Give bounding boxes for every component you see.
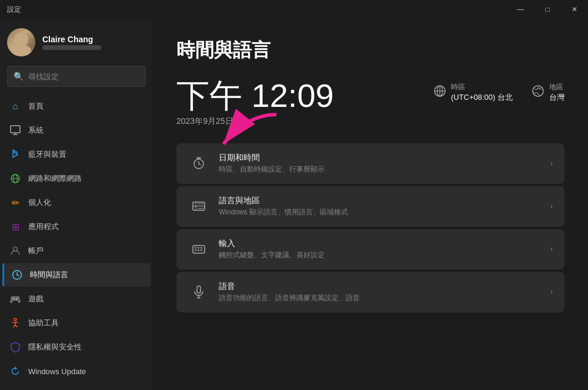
search-icon: 🔍 — [14, 72, 24, 81]
sidebar-item-label: 藍牙與裝置 — [28, 149, 66, 160]
sidebar-item-apps[interactable]: ⊞ 應用程式 — [2, 215, 151, 238]
datetime-desc: 時區、自動時鐘設定、行事曆顯示 — [219, 164, 325, 174]
language-title: 語言與地區 — [219, 196, 348, 206]
main-content: 時間與語言 下午 12:09 2023年9月25日 — [153, 19, 588, 390]
settings-list: 日期和時間 時區、自動時鐘設定、行事曆顯示 › — [176, 143, 564, 312]
sidebar-item-gaming[interactable]: 🎮 遊戲 — [2, 287, 151, 311]
svg-rect-30 — [198, 250, 199, 251]
speech-chevron: › — [550, 288, 553, 296]
accounts-icon — [9, 245, 21, 257]
minimize-button[interactable]: — — [507, 0, 534, 19]
region-value: 台灣 — [549, 92, 564, 103]
user-info: Claire Chang — [42, 35, 101, 50]
app-container: Claire Chang 🔍 ⌂ 首頁 — [0, 19, 588, 390]
sidebar-item-label: 個人化 — [28, 197, 51, 208]
titlebar: 設定 — □ ✕ — [0, 0, 588, 19]
timezone-icon — [433, 85, 446, 100]
region-text: 地區 台灣 — [549, 82, 564, 103]
sidebar-item-label: 協助工具 — [28, 318, 59, 328]
sidebar-item-privacy[interactable]: 隱私權與安全性 — [2, 335, 151, 359]
close-button[interactable]: ✕ — [561, 0, 588, 19]
region-info: 地區 台灣 — [532, 82, 564, 103]
sidebar-item-personalize[interactable]: ✏ 個人化 — [2, 191, 151, 214]
datetime-chevron: › — [550, 159, 553, 167]
time-icon — [11, 269, 23, 281]
svg-rect-27 — [198, 247, 199, 248]
language-chevron: › — [550, 202, 553, 210]
input-icon — [188, 238, 209, 260]
timezone-value: (UTC+08:00) 台北 — [451, 92, 513, 103]
svg-line-9 — [17, 275, 19, 276]
timezone-text: 時區 (UTC+08:00) 台北 — [451, 82, 513, 103]
avatar — [7, 28, 35, 56]
input-chevron: › — [550, 245, 553, 253]
titlebar-controls: — □ ✕ — [507, 0, 588, 19]
sidebar-item-label: 系統 — [28, 125, 44, 136]
svg-rect-32 — [197, 286, 201, 293]
datetime-text: 日期和時間 時區、自動時鐘設定、行事曆顯示 — [219, 153, 325, 174]
user-section: Claire Chang — [0, 19, 153, 61]
language-icon — [188, 196, 209, 217]
search-input[interactable] — [28, 72, 139, 81]
sidebar-item-accounts[interactable]: 帳戶 — [2, 239, 151, 263]
sidebar-item-label: Windows Update — [28, 367, 86, 376]
sidebar-item-label: 首頁 — [28, 101, 44, 112]
sidebar-item-home[interactable]: ⌂ 首頁 — [2, 95, 151, 118]
home-icon: ⌂ — [9, 100, 21, 112]
sidebar-item-system[interactable]: 系統 — [2, 119, 151, 142]
network-icon — [9, 173, 21, 184]
page-title: 時間與語言 — [176, 38, 564, 63]
sidebar-item-label: 網路和網際網路 — [28, 173, 82, 184]
current-date: 2023年9月25日 — [176, 116, 334, 127]
settings-item-left: 語音 語音功能的語言、語音辨識麥克風設定、語音 — [188, 281, 360, 303]
svg-rect-0 — [11, 126, 20, 133]
sidebar-item-label: 遊戲 — [28, 294, 44, 304]
settings-item-speech[interactable]: 語音 語音功能的語言、語音辨識麥克風設定、語音 › — [176, 272, 564, 312]
maximize-button[interactable]: □ — [534, 0, 561, 19]
svg-point-10 — [14, 318, 16, 321]
personalize-icon: ✏ — [9, 197, 21, 209]
settings-item-datetime[interactable]: 日期和時間 時區、自動時鐘設定、行事曆顯示 › — [176, 143, 564, 184]
sidebar-item-bluetooth[interactable]: 藍牙與裝置 — [2, 143, 151, 166]
region-icon — [532, 85, 544, 100]
current-time: 下午 12:09 — [176, 78, 334, 114]
titlebar-title: 設定 — [7, 5, 21, 15]
svg-rect-31 — [201, 250, 202, 251]
sidebar-item-accessibility[interactable]: 協助工具 — [2, 311, 151, 335]
system-icon — [9, 125, 21, 136]
timezone-label: 時區 — [451, 82, 513, 92]
datetime-icon — [188, 153, 209, 174]
svg-point-16 — [533, 86, 543, 96]
nav-section: ⌂ 首頁 系統 — [0, 94, 153, 384]
input-desc: 觸控式鍵盤、文字建議、喜好設定 — [219, 250, 325, 260]
sidebar-item-label: 帳戶 — [28, 246, 44, 256]
user-subtitle — [42, 45, 101, 50]
language-text: 語言與地區 Windows 顯示語言、慣用語言、區域格式 — [219, 196, 348, 217]
time-display: 下午 12:09 2023年9月25日 — [176, 78, 334, 127]
update-icon — [9, 365, 21, 377]
language-desc: Windows 顯示語言、慣用語言、區域格式 — [219, 207, 348, 217]
settings-item-left: 輸入 觸控式鍵盤、文字建議、喜好設定 — [188, 238, 325, 260]
svg-rect-29 — [195, 250, 196, 251]
region-label: 地區 — [549, 82, 564, 92]
privacy-icon — [9, 341, 21, 353]
sidebar: Claire Chang 🔍 ⌂ 首頁 — [0, 19, 153, 390]
settings-item-input[interactable]: 輸入 觸控式鍵盤、文字建議、喜好設定 › — [176, 229, 564, 270]
sidebar-item-time[interactable]: 時間與語言 — [2, 263, 151, 287]
datetime-title: 日期和時間 — [219, 153, 325, 163]
settings-item-left: 日期和時間 時區、自動時鐘設定、行事曆顯示 — [188, 153, 325, 174]
user-name: Claire Chang — [42, 35, 101, 44]
sidebar-item-label: 隱私權與安全性 — [28, 342, 82, 352]
settings-item-language[interactable]: 語言與地區 Windows 顯示語言、慣用語言、區域格式 › — [176, 186, 564, 227]
sidebar-item-label: 應用程式 — [28, 221, 59, 232]
svg-rect-25 — [193, 246, 205, 253]
speech-desc: 語音功能的語言、語音辨識麥克風設定、語音 — [219, 293, 360, 303]
speech-title: 語音 — [219, 281, 360, 292]
sidebar-item-network[interactable]: 網路和網際網路 — [2, 167, 151, 190]
search-box: 🔍 — [7, 66, 146, 87]
input-text: 輸入 觸控式鍵盤、文字建議、喜好設定 — [219, 238, 325, 260]
sidebar-item-update[interactable]: Windows Update — [2, 359, 151, 383]
avatar-image — [7, 28, 35, 56]
svg-line-19 — [199, 164, 201, 165]
speech-text: 語音 語音功能的語言、語音辨識麥克風設定、語音 — [219, 281, 360, 303]
